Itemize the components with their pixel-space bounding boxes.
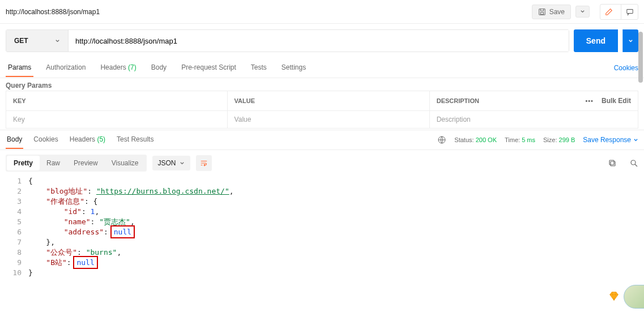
tab-params[interactable]: Params (6, 59, 33, 77)
format-value: JSON (158, 159, 176, 167)
col-description: DESCRIPTION ••• Bulk Edit (429, 91, 638, 111)
param-row[interactable]: Key Value Description (6, 111, 638, 129)
tab-headers[interactable]: Headers (7) (98, 59, 138, 77)
size-label: Size: 299 B (543, 136, 575, 143)
json-brace-close: } (28, 268, 33, 277)
edit-icon-button[interactable] (600, 5, 617, 19)
comment-icon-button[interactable] (621, 5, 638, 19)
search-icon[interactable] (629, 159, 638, 168)
time-value: 5 ms (522, 136, 535, 143)
json-key: "id" (64, 207, 82, 216)
col-value: VALUE (227, 91, 429, 111)
col-description-label: DESCRIPTION (437, 97, 479, 104)
status-label: Status: 200 OK (454, 136, 497, 143)
param-key-input[interactable]: Key (6, 111, 228, 129)
more-columns-button[interactable]: ••• (585, 97, 594, 104)
request-tab-title: http://localhost:8888/json/map1 (6, 8, 532, 16)
time-label: Time: 5 ms (505, 136, 535, 143)
view-preview[interactable]: Preview (67, 156, 105, 170)
json-brace-close: }, (46, 238, 55, 246)
scrollbar[interactable] (638, 32, 643, 83)
json-brace-open: { (28, 177, 33, 185)
json-key: "address" (64, 228, 104, 236)
comment-icon (626, 8, 634, 16)
format-select[interactable]: JSON (152, 156, 190, 170)
tab-settings[interactable]: Settings (279, 59, 308, 77)
headers-count: (7) (128, 63, 137, 71)
col-key: KEY (6, 91, 228, 111)
json-key: "作者信息" (46, 197, 84, 206)
json-string: "贾志杰" (99, 217, 130, 226)
query-params-table: KEY VALUE DESCRIPTION ••• Bulk Edit Key … (6, 91, 638, 129)
save-dropdown[interactable] (575, 6, 590, 18)
resp-tab-body[interactable]: Body (6, 131, 23, 149)
save-response-label: Save Response (583, 136, 631, 144)
map-corner-widget[interactable] (624, 285, 644, 309)
cookies-link[interactable]: Cookies (614, 64, 638, 72)
view-visualize[interactable]: Visualize (105, 156, 146, 170)
json-null-highlight: null (75, 258, 95, 267)
bulk-edit-button[interactable]: Bulk Edit (602, 97, 631, 105)
send-dropdown[interactable] (622, 29, 638, 52)
json-key: "name" (64, 217, 91, 226)
json-string: "burns" (86, 248, 117, 257)
tab-prerequest[interactable]: Pre-request Script (179, 59, 238, 77)
http-method-select[interactable]: GET (6, 30, 69, 52)
request-url-input[interactable] (69, 30, 569, 52)
save-button[interactable]: Save (532, 5, 571, 19)
wrap-lines-button[interactable] (196, 155, 212, 171)
svg-rect-4 (611, 161, 615, 166)
chevron-down-icon (628, 39, 633, 44)
json-key: "B站" (46, 258, 66, 267)
size-value: 299 B (559, 136, 575, 143)
send-button[interactable]: Send (574, 29, 618, 52)
save-response-button[interactable]: Save Response (583, 136, 638, 144)
status-value: 200 OK (476, 136, 497, 143)
chevron-down-icon (580, 9, 585, 14)
json-null-highlight: null (113, 228, 133, 236)
http-method-value: GET (14, 37, 28, 45)
svg-rect-5 (609, 160, 614, 165)
param-desc-input[interactable]: Description (429, 111, 638, 129)
resp-tab-test-results[interactable]: Test Results (116, 131, 155, 149)
tab-body[interactable]: Body (149, 59, 169, 77)
query-params-heading: Query Params (0, 78, 644, 91)
svg-rect-0 (539, 8, 545, 15)
svg-rect-2 (626, 9, 633, 13)
save-label: Save (549, 8, 565, 16)
wrap-icon (200, 159, 208, 167)
resp-tab-headers[interactable]: Headers (5) (69, 131, 106, 149)
chevron-down-icon (633, 138, 638, 143)
resp-tab-headers-label: Headers (70, 135, 95, 143)
chevron-down-icon (180, 161, 185, 166)
tab-headers-label: Headers (100, 63, 126, 71)
line-gutter: 12345678910 (6, 176, 28, 278)
json-key: "blog地址" (46, 187, 87, 195)
resp-tab-cookies[interactable]: Cookies (32, 131, 59, 149)
svg-point-6 (631, 160, 636, 165)
response-body-viewer[interactable]: 12345678910 { "blog地址": "https://burns.b… (0, 176, 644, 278)
param-value-input[interactable]: Value (227, 111, 429, 129)
json-url-value[interactable]: "https://burns.blog.csdn.net/" (96, 187, 229, 195)
svg-rect-1 (540, 12, 543, 14)
tab-authorization[interactable]: Authorization (44, 59, 88, 77)
diamond-badge-icon[interactable] (608, 290, 620, 303)
copy-icon[interactable] (608, 159, 617, 168)
view-pretty[interactable]: Pretty (7, 156, 40, 170)
tab-tests[interactable]: Tests (249, 59, 269, 77)
network-icon[interactable] (437, 135, 446, 144)
view-raw[interactable]: Raw (40, 156, 67, 170)
pencil-icon (605, 8, 613, 16)
chevron-down-icon (55, 39, 60, 44)
save-disk-icon (538, 8, 546, 16)
resp-headers-count: (5) (97, 135, 105, 143)
json-key: "公众号" (46, 248, 77, 257)
